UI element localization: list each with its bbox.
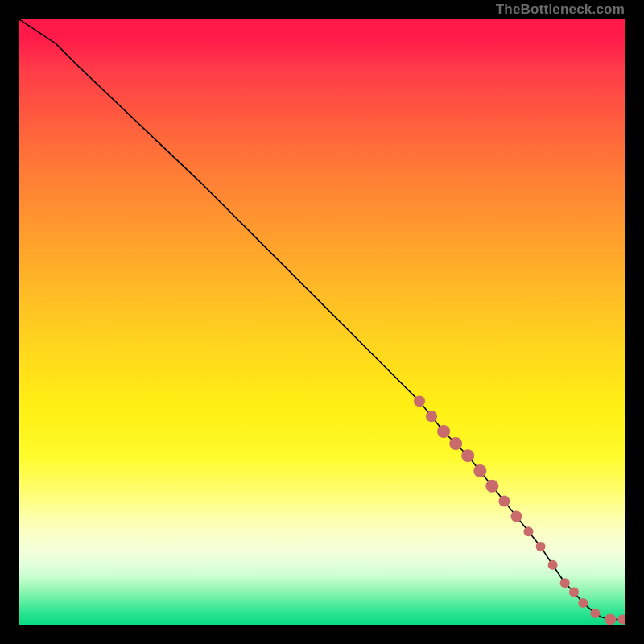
plot-area <box>19 19 625 625</box>
data-marker <box>414 395 425 407</box>
chart-frame: TheBottleneck.com <box>0 0 644 644</box>
data-marker <box>524 526 534 536</box>
data-marker <box>590 609 600 618</box>
curve-line <box>19 19 610 620</box>
chart-overlay <box>19 19 625 625</box>
data-marker <box>473 464 486 477</box>
data-marker <box>617 615 625 625</box>
data-marker <box>560 578 570 588</box>
data-marker <box>485 480 498 493</box>
data-marker <box>498 496 510 507</box>
data-marker <box>569 588 579 597</box>
data-marker <box>578 598 588 608</box>
data-marker <box>511 511 522 522</box>
data-marker <box>437 425 450 438</box>
attribution-label: TheBottleneck.com <box>496 2 625 18</box>
data-marker <box>426 411 437 422</box>
data-marker <box>536 542 546 551</box>
data-marker <box>461 449 474 462</box>
data-marker <box>605 614 616 625</box>
data-marker <box>548 560 558 570</box>
marker-group <box>414 395 625 625</box>
data-marker <box>449 437 462 450</box>
